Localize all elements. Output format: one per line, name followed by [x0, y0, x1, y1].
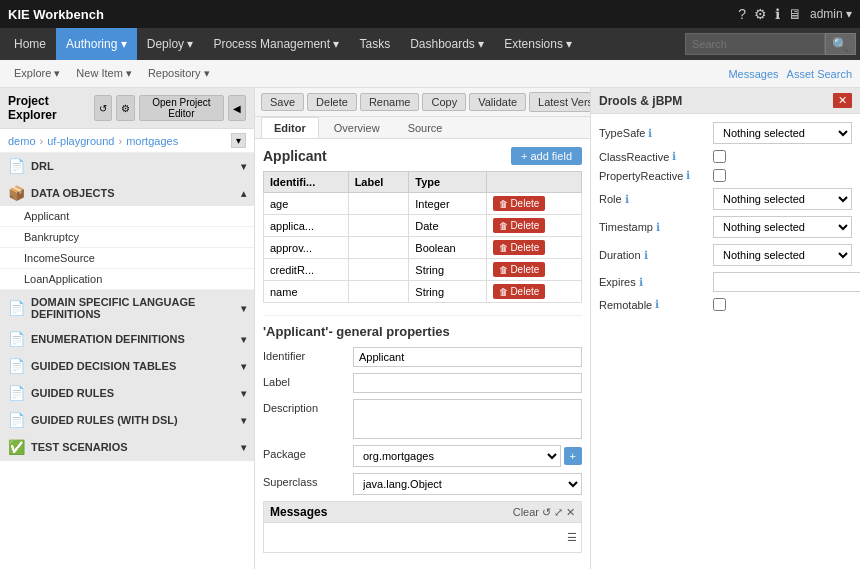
search-input[interactable]	[685, 33, 825, 55]
copy-button[interactable]: Copy	[422, 93, 466, 111]
duration-select[interactable]: Nothing selected	[713, 244, 852, 266]
sidebar-section-enum-header[interactable]: 📄 ENUMERATION DEFINITIONS ▾	[0, 326, 254, 352]
typesafe-info-icon[interactable]: ℹ	[648, 127, 652, 140]
open-project-btn[interactable]: Open Project Editor	[139, 95, 224, 121]
propertyreactive-info-icon[interactable]: ℹ	[686, 169, 690, 182]
admin-menu[interactable]: admin ▾	[810, 7, 852, 21]
nav-tasks[interactable]: Tasks	[349, 28, 400, 60]
sidebar-section-dsl-header[interactable]: 📄 DOMAIN SPECIFIC LANGUAGE DEFINITIONS ▾	[0, 291, 254, 325]
row-type: Date	[409, 215, 487, 237]
remotable-info-icon[interactable]: ℹ	[655, 298, 659, 311]
sidebar-section-drl-header[interactable]: 📄 DRL ▾	[0, 153, 254, 179]
sidebar-section-data-objects-header[interactable]: 📦 DATA OBJECTS ▴	[0, 180, 254, 206]
tab-overview[interactable]: Overview	[321, 117, 393, 138]
delete-button[interactable]: Delete	[307, 93, 357, 111]
sidebar-item-loanapplication[interactable]: LoanApplication	[0, 269, 254, 290]
description-label: Description	[263, 399, 353, 414]
propertyreactive-checkbox[interactable]	[713, 169, 726, 182]
gdt-label: GUIDED DECISION TABLES	[31, 360, 176, 372]
row-id: creditR...	[264, 259, 349, 281]
asset-search-link[interactable]: Asset Search	[787, 68, 852, 80]
grdsl-arrow: ▾	[241, 415, 246, 426]
tab-editor[interactable]: Editor	[261, 117, 319, 138]
rename-button[interactable]: Rename	[360, 93, 420, 111]
search-button[interactable]: 🔍	[825, 33, 856, 55]
sidebar-config-btn[interactable]: ⚙	[116, 95, 135, 121]
role-info-icon[interactable]: ℹ	[625, 193, 629, 206]
prop-remotable: Remotable ℹ	[599, 298, 852, 311]
messages-clear-btn[interactable]: Clear	[513, 506, 539, 519]
info-icon[interactable]: ℹ	[775, 6, 780, 22]
ts-arrow: ▾	[241, 442, 246, 453]
sidebar-item-applicant[interactable]: Applicant	[0, 206, 254, 227]
nav-extensions[interactable]: Extensions ▾	[494, 28, 582, 60]
messages-refresh-btn[interactable]: ↺	[542, 506, 551, 519]
version-select[interactable]: Latest Version	[529, 92, 590, 112]
breadcrumb-collapse-btn[interactable]: ▾	[231, 133, 246, 148]
repository-menu[interactable]: Repository ▾	[142, 65, 216, 82]
sidebar-section-ts-header[interactable]: ✅ TEST SCENARIOS ▾	[0, 434, 254, 460]
sidebar-item-incomesource[interactable]: IncomeSource	[0, 248, 254, 269]
right-panel-header: Drools & jBPM ✕	[591, 88, 860, 114]
prop-duration: Duration ℹ Nothing selected	[599, 244, 852, 266]
gr-icon: 📄	[8, 385, 25, 401]
new-item-menu[interactable]: New Item ▾	[70, 65, 138, 82]
row-label	[348, 259, 409, 281]
messages-close-btn[interactable]: ✕	[566, 506, 575, 519]
remotable-checkbox[interactable]	[713, 298, 726, 311]
delete-applica-btn[interactable]: Delete	[493, 218, 545, 233]
add-field-button[interactable]: add field	[511, 147, 582, 165]
data-objects-arrow: ▴	[241, 188, 246, 199]
breadcrumb-mortgages[interactable]: mortgages	[126, 135, 178, 147]
sub-nav: Explore ▾ New Item ▾ Repository ▾ Messag…	[0, 60, 860, 88]
expires-input[interactable]	[713, 272, 860, 292]
messages-link[interactable]: Messages	[728, 68, 778, 80]
nav-authoring[interactable]: Authoring ▾	[56, 28, 137, 60]
nav-dashboards[interactable]: Dashboards ▾	[400, 28, 494, 60]
duration-info-icon[interactable]: ℹ	[644, 249, 648, 262]
role-select[interactable]: Nothing selected	[713, 188, 852, 210]
validate-button[interactable]: Validate	[469, 93, 526, 111]
description-textarea[interactable]	[353, 399, 582, 439]
sidebar-section-gdt-header[interactable]: 📄 GUIDED DECISION TABLES ▾	[0, 353, 254, 379]
classreactive-checkbox[interactable]	[713, 150, 726, 163]
delete-name-btn[interactable]: Delete	[493, 284, 545, 299]
sidebar-item-bankruptcy[interactable]: Bankruptcy	[0, 227, 254, 248]
explore-menu[interactable]: Explore ▾	[8, 65, 66, 82]
delete-approv-btn[interactable]: Delete	[493, 240, 545, 255]
tab-source[interactable]: Source	[395, 117, 456, 138]
gear-icon[interactable]: ⚙	[754, 6, 767, 22]
package-add-btn[interactable]: +	[564, 447, 582, 465]
delete-age-btn[interactable]: Delete	[493, 196, 545, 211]
table-row: applica... Date Delete	[264, 215, 582, 237]
label-input[interactable]	[353, 373, 582, 393]
delete-credit-btn[interactable]: Delete	[493, 262, 545, 277]
classreactive-info-icon[interactable]: ℹ	[672, 150, 676, 163]
typesafe-select[interactable]: Nothing selected	[713, 122, 852, 144]
help-icon[interactable]: ?	[738, 6, 746, 22]
package-select[interactable]: org.mortgages	[353, 445, 561, 467]
col-actions	[486, 172, 581, 193]
breadcrumb-demo[interactable]: demo	[8, 135, 36, 147]
sidebar-section-gr-header[interactable]: 📄 GUIDED RULES ▾	[0, 380, 254, 406]
breadcrumb-playground[interactable]: uf-playground	[47, 135, 114, 147]
sidebar-section-ts: ✅ TEST SCENARIOS ▾	[0, 434, 254, 461]
row-id: applica...	[264, 215, 349, 237]
nav-home[interactable]: Home	[4, 28, 56, 60]
nav-deploy[interactable]: Deploy ▾	[137, 28, 204, 60]
sidebar-collapse-btn[interactable]: ◀	[228, 95, 246, 121]
sidebar-section-grdsl-header[interactable]: 📄 GUIDED RULES (WITH DSL) ▾	[0, 407, 254, 433]
identifier-input[interactable]	[353, 347, 582, 367]
superclass-select[interactable]: java.lang.Object	[353, 473, 582, 495]
expires-info-icon[interactable]: ℹ	[639, 276, 643, 289]
timestamp-select[interactable]: Nothing selected	[713, 216, 852, 238]
messages-expand-btn[interactable]: ⤢	[554, 506, 563, 519]
timestamp-info-icon[interactable]: ℹ	[656, 221, 660, 234]
right-panel-close-btn[interactable]: ✕	[833, 93, 852, 108]
monitor-icon[interactable]: 🖥	[788, 6, 802, 22]
row-type: Boolean	[409, 237, 487, 259]
sidebar-refresh-btn[interactable]: ↺	[94, 95, 112, 121]
nav-process-management[interactable]: Process Management ▾	[203, 28, 349, 60]
save-button[interactable]: Save	[261, 93, 304, 111]
messages-list-icon[interactable]: ☰	[567, 531, 577, 544]
